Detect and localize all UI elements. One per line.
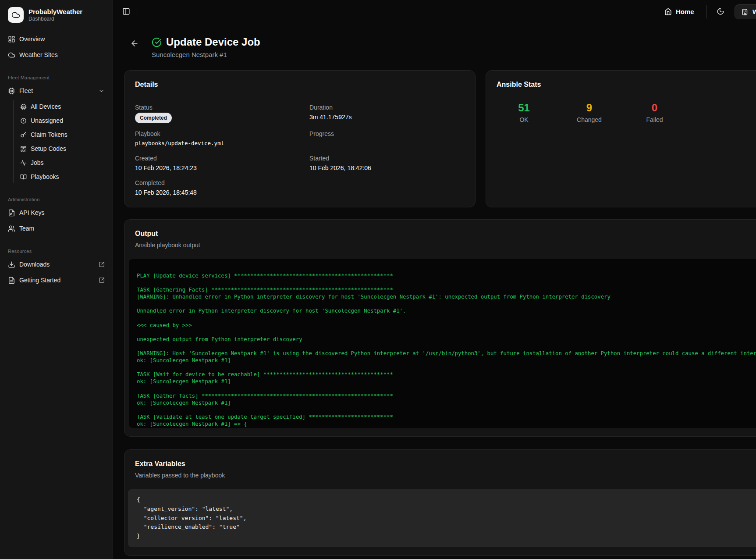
ansible-output-terminal[interactable]: PLAY [Update device services] **********… bbox=[129, 259, 756, 428]
external-link-icon bbox=[99, 277, 105, 283]
theme-toggle-button[interactable] bbox=[715, 6, 726, 17]
arrow-left-icon bbox=[130, 39, 139, 48]
activity-icon bbox=[20, 160, 27, 166]
brand: ProbablyWeather Dashboard bbox=[0, 0, 113, 23]
qr-code-icon bbox=[20, 146, 27, 152]
station-button-label: Wa bbox=[752, 8, 756, 15]
stat-failed-label: Failed bbox=[622, 116, 687, 123]
moon-icon bbox=[717, 7, 724, 15]
sidebar: ProbablyWeather Dashboard Overview Weath… bbox=[0, 0, 113, 559]
stat-changed: 9 Changed bbox=[557, 101, 622, 123]
alert-circle-icon bbox=[20, 117, 27, 124]
field-completed: Completed 10 Feb 2026, 18:45:48 bbox=[135, 178, 309, 197]
extra-variables-code[interactable]: { "agent_version": "latest", "collector_… bbox=[128, 489, 756, 547]
cloud-icon bbox=[8, 51, 15, 59]
sidebar-item-jobs[interactable]: Jobs bbox=[0, 156, 113, 170]
sidebar-item-label: Jobs bbox=[31, 159, 44, 166]
page-subtitle: Suncolecgen Nestpark #1 bbox=[152, 51, 260, 58]
sidebar-item-api-keys[interactable]: API Keys bbox=[0, 206, 113, 220]
sidebar-item-weather-sites[interactable]: Weather Sites bbox=[0, 48, 113, 62]
dashboard-icon bbox=[8, 36, 15, 43]
sidebar-item-label: Setup Codes bbox=[31, 145, 66, 152]
section-administration: Administration bbox=[0, 197, 113, 202]
extra-variables-title: Extra Variables bbox=[135, 459, 756, 468]
check-circle-icon bbox=[152, 37, 162, 47]
section-fleet-management: Fleet Management bbox=[0, 75, 113, 80]
field-started: Started 10 Feb 2026, 18:42:06 bbox=[309, 154, 465, 172]
sidebar-item-unassigned[interactable]: Unassigned bbox=[0, 114, 113, 128]
sidebar-item-label: Getting Started bbox=[19, 277, 60, 284]
brand-logo bbox=[8, 7, 24, 23]
sidebar-item-label: Claim Tokens bbox=[31, 131, 67, 138]
building-icon bbox=[741, 8, 749, 16]
sidebar-item-label: Playbooks bbox=[31, 173, 59, 180]
sidebar-toggle-button[interactable] bbox=[121, 6, 132, 17]
chevron-down-icon[interactable] bbox=[98, 88, 105, 94]
status-badge: Completed bbox=[135, 113, 172, 123]
topbar-separator bbox=[136, 7, 136, 16]
external-link-icon bbox=[99, 261, 105, 267]
sidebar-item-downloads[interactable]: Downloads bbox=[0, 257, 113, 271]
extra-variables-card: Extra Variables Variables passed to the … bbox=[124, 449, 756, 556]
field-status: Status Completed bbox=[135, 103, 309, 123]
field-duration: Duration 3m 41.175927s bbox=[309, 103, 465, 123]
field-playbook: Playbook playbooks/update-device.yml bbox=[135, 129, 309, 148]
home-label: Home bbox=[676, 8, 694, 15]
cloud-logo-icon bbox=[11, 11, 20, 19]
home-icon bbox=[664, 8, 672, 15]
sidebar-item-playbooks[interactable]: Playbooks bbox=[0, 170, 113, 184]
sidebar-item-label: Fleet bbox=[19, 87, 33, 94]
sidebar-item-getting-started[interactable]: Getting Started bbox=[0, 273, 113, 287]
output-card: Output Ansible playbook output PLAY [Upd… bbox=[124, 219, 756, 437]
brand-subtitle: Dashboard bbox=[28, 16, 82, 22]
brand-name: ProbablyWeather bbox=[28, 8, 82, 16]
page-header: Update Device Job Suncolecgen Nestpark #… bbox=[152, 35, 260, 58]
sidebar-item-all-devices[interactable]: All Devices bbox=[0, 100, 113, 114]
stat-changed-label: Changed bbox=[557, 116, 622, 123]
field-label: Playbook bbox=[135, 129, 309, 138]
extra-variables-subtitle: Variables passed to the playbook bbox=[135, 471, 756, 480]
sidebar-item-label: Downloads bbox=[19, 261, 50, 268]
back-button[interactable] bbox=[130, 39, 139, 48]
app-window: ProbablyWeather Dashboard Overview Weath… bbox=[0, 0, 756, 559]
field-label: Completed bbox=[135, 178, 309, 187]
stat-failed: 0 Failed bbox=[622, 101, 687, 123]
topbar-divider bbox=[706, 5, 707, 18]
sidebar-item-label: Team bbox=[19, 225, 34, 232]
sidebar-item-label: Weather Sites bbox=[19, 51, 58, 58]
sidebar-item-label: Unassigned bbox=[31, 117, 63, 124]
details-card: Details Status Completed Duration 3m 41.… bbox=[124, 70, 476, 207]
sidebar-item-setup-codes[interactable]: Setup Codes bbox=[0, 142, 113, 156]
field-label: Started bbox=[309, 154, 465, 163]
book-open-icon bbox=[20, 174, 27, 180]
users-icon bbox=[8, 225, 15, 232]
field-value: 10 Feb 2026, 18:24:23 bbox=[135, 164, 309, 172]
sidebar-item-overview[interactable]: Overview bbox=[0, 32, 113, 46]
fleet-subnav: All Devices Unassigned Claim Tokens bbox=[0, 100, 113, 184]
station-button[interactable]: Wa bbox=[735, 4, 756, 19]
panel-left-icon bbox=[122, 7, 130, 15]
stat-changed-value: 9 bbox=[557, 101, 622, 114]
key-icon bbox=[20, 132, 27, 138]
section-resources: Resources bbox=[0, 249, 113, 254]
cpu-icon bbox=[20, 103, 27, 110]
field-label: Progress bbox=[309, 129, 465, 138]
field-label: Created bbox=[135, 154, 309, 163]
stat-ok: 51 OK bbox=[491, 101, 557, 123]
sidebar-nav: Overview Weather Sites Fleet Management … bbox=[0, 23, 113, 287]
home-link[interactable]: Home bbox=[664, 0, 694, 23]
sidebar-item-claim-tokens[interactable]: Claim Tokens bbox=[0, 128, 113, 142]
topbar: Home Wa bbox=[113, 0, 756, 23]
output-title: Output bbox=[135, 229, 756, 238]
sidebar-item-label: Overview bbox=[19, 36, 45, 43]
output-subtitle: Ansible playbook output bbox=[135, 241, 756, 249]
sidebar-item-label: API Keys bbox=[19, 209, 45, 216]
field-label: Duration bbox=[309, 103, 465, 112]
sidebar-item-fleet[interactable]: Fleet bbox=[0, 84, 113, 98]
file-key-icon bbox=[8, 209, 15, 217]
field-created: Created 10 Feb 2026, 18:24:23 bbox=[135, 154, 309, 172]
field-value: playbooks/update-device.yml bbox=[135, 139, 309, 148]
sidebar-item-team[interactable]: Team bbox=[0, 221, 113, 235]
field-label: Status bbox=[135, 103, 309, 112]
download-icon bbox=[8, 261, 15, 268]
